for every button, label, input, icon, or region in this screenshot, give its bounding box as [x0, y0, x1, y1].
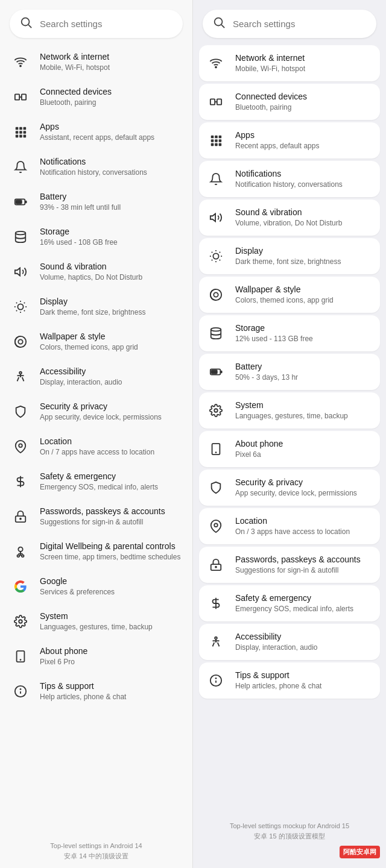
sound-title: Sound & vibration — [235, 207, 342, 218]
display-title: Display — [40, 296, 145, 307]
right-search-input[interactable] — [233, 19, 367, 29]
logo-text: 阿酷安卓网 — [340, 846, 380, 858]
connected-subtitle: Bluetooth, pairing — [235, 102, 307, 113]
svg-line-28 — [24, 303, 25, 303]
location-icon — [10, 436, 31, 458]
settings-item-sound[interactable]: Sound & vibrationVolume, vibration, Do N… — [199, 200, 380, 236]
wallpaper-icon — [10, 331, 31, 353]
settings-item-wallpaper[interactable]: Wallpaper & styleColors, themed icons, a… — [199, 277, 380, 313]
settings-item-notifications[interactable]: NotificationsNotification history, conve… — [5, 150, 188, 184]
tips-icon — [205, 670, 227, 691]
settings-item-storage[interactable]: Storage12% used - 113 GB free — [199, 315, 380, 351]
settings-item-about[interactable]: About phonePixel 6a — [199, 431, 380, 467]
security-icon — [10, 401, 31, 423]
right-settings-list: Network & internetMobile, Wi-Fi, hotspot… — [193, 45, 386, 816]
about-icon — [205, 438, 227, 460]
left-search-bar[interactable] — [10, 10, 183, 38]
display-subtitle: Dark theme, font size, brightness — [235, 257, 341, 267]
security-subtitle: App security, device lock, permissions — [235, 488, 357, 498]
settings-item-storage[interactable]: Storage16% used - 108 GB free — [5, 220, 188, 254]
system-title: System — [40, 611, 153, 621]
settings-item-safety[interactable]: Safety & emergencyEmergency SOS, medical… — [199, 585, 380, 621]
settings-item-system[interactable]: SystemLanguages, gestures, time, backup — [5, 605, 188, 638]
left-panel: Network & internetMobile, Wi-Fi, hotspot… — [0, 0, 193, 868]
settings-item-location[interactable]: LocationOn / 3 apps have access to locat… — [199, 508, 380, 544]
settings-item-apps[interactable]: AppsAssistant, recent apps, default apps — [5, 115, 188, 149]
svg-point-31 — [19, 372, 22, 374]
settings-item-connected[interactable]: Connected devicesBluetooth, pairing — [199, 84, 380, 120]
storage-icon — [10, 226, 31, 248]
sound-title: Sound & vibration — [40, 261, 142, 272]
settings-item-connected[interactable]: Connected devicesBluetooth, pairing — [5, 80, 188, 114]
settings-item-display[interactable]: DisplayDark theme, font size, brightness — [199, 238, 380, 274]
network-icon — [205, 52, 227, 74]
security-title: Security & privacy — [235, 477, 357, 488]
settings-item-passwords[interactable]: Passwords, passkeys & accountsSuggestion… — [5, 500, 188, 533]
passwords-icon — [205, 554, 227, 576]
network-title: Network & internet — [40, 51, 110, 62]
settings-item-battery[interactable]: Battery50% - 3 days, 13 hr — [199, 354, 380, 390]
settings-item-apps[interactable]: AppsRecent apps, default apps — [199, 122, 380, 159]
svg-point-18 — [16, 231, 26, 235]
settings-item-notifications[interactable]: NotificationsNotification history, conve… — [199, 161, 380, 197]
svg-rect-10 — [19, 131, 22, 134]
settings-item-accessibility[interactable]: AccessibilityDisplay, interaction, audio — [199, 624, 380, 660]
storage-icon — [205, 322, 227, 344]
sound-icon — [10, 261, 31, 283]
wallpaper-icon — [205, 284, 227, 306]
settings-item-network[interactable]: Network & internetMobile, Wi-Fi, hotspot — [199, 45, 380, 81]
left-search-input[interactable] — [40, 19, 173, 29]
storage-subtitle: 12% used - 113 GB free — [235, 334, 313, 344]
passwords-icon — [10, 506, 31, 527]
svg-line-24 — [24, 310, 25, 311]
svg-point-83 — [215, 637, 217, 640]
settings-item-battery[interactable]: Battery93% - 38 min left until full — [5, 185, 188, 219]
accessibility-icon — [205, 631, 227, 653]
svg-rect-48 — [210, 99, 215, 104]
settings-item-display[interactable]: DisplayDark theme, font size, brightness — [5, 290, 188, 324]
settings-item-passwords[interactable]: Passwords, passkeys & accountsSuggestion… — [199, 547, 380, 583]
settings-item-wellbeing[interactable]: Digital Wellbeing & parental controlsScr… — [5, 535, 188, 568]
settings-item-google[interactable]: GoogleServices & preferences — [5, 570, 188, 603]
settings-item-security[interactable]: Security & privacyApp security, device l… — [199, 470, 380, 506]
location-subtitle: On / 3 apps have access to location — [235, 527, 350, 537]
wellbeing-icon — [10, 541, 31, 562]
svg-line-64 — [212, 252, 212, 253]
battery-subtitle: 50% - 3 days, 13 hr — [235, 373, 298, 383]
safety-title: Safety & emergency — [235, 593, 353, 603]
settings-item-tips[interactable]: Tips & supportHelp articles, phone & cha… — [5, 675, 188, 708]
settings-item-security[interactable]: Security & privacyApp security, device l… — [5, 395, 188, 429]
display-title: Display — [235, 245, 341, 256]
safety-icon — [10, 471, 31, 492]
svg-rect-59 — [219, 143, 222, 146]
security-icon — [205, 477, 227, 498]
settings-item-accessibility[interactable]: AccessibilityDisplay, interaction, audio — [5, 360, 188, 394]
settings-item-location[interactable]: LocationOn / 7 apps have access to locat… — [5, 430, 188, 464]
battery-icon — [10, 191, 31, 213]
location-title: Location — [40, 436, 154, 447]
passwords-title: Passwords, passkeys & accounts — [235, 554, 361, 565]
svg-line-46 — [221, 25, 224, 28]
settings-item-system[interactable]: SystemLanguages, gestures, time, backup — [199, 392, 380, 429]
settings-item-about[interactable]: About phonePixel 6 Pro — [5, 640, 188, 673]
settings-item-safety[interactable]: Safety & emergencyEmergency SOS, medical… — [5, 465, 188, 498]
about-icon — [10, 646, 31, 667]
svg-line-27 — [16, 310, 17, 311]
google-subtitle: Services & preferences — [40, 587, 115, 597]
apps-subtitle: Assistant, recent apps, default apps — [40, 133, 154, 143]
settings-item-sound[interactable]: Sound & vibrationVolume, haptics, Do Not… — [5, 255, 188, 289]
svg-rect-8 — [24, 127, 27, 130]
settings-item-wallpaper[interactable]: Wallpaper & styleColors, themed icons, a… — [5, 325, 188, 359]
svg-rect-51 — [211, 136, 214, 139]
settings-item-tips[interactable]: Tips & supportHelp articles, phone & cha… — [199, 662, 380, 699]
right-search-bar[interactable] — [203, 10, 376, 38]
svg-rect-53 — [219, 136, 222, 139]
sound-subtitle: Volume, haptics, Do Not Disturb — [40, 272, 142, 283]
svg-rect-7 — [19, 127, 22, 130]
svg-line-68 — [212, 260, 212, 260]
svg-rect-75 — [212, 370, 217, 374]
notifications-icon — [10, 156, 31, 178]
about-title: About phone — [40, 646, 87, 656]
settings-item-network[interactable]: Network & internetMobile, Wi-Fi, hotspot — [5, 45, 188, 79]
connected-icon — [10, 86, 31, 108]
